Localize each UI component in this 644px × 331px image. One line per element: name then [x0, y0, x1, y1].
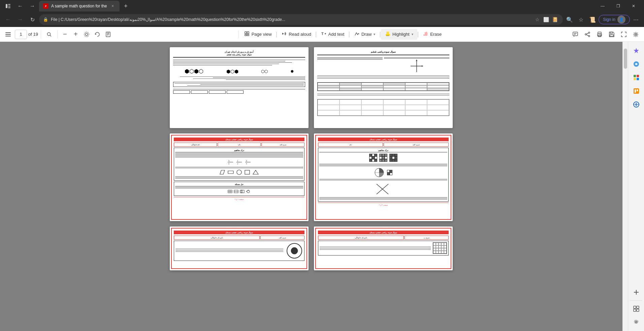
svg-point-41: [601, 34, 601, 35]
print-button[interactable]: [594, 29, 605, 40]
close-window-button[interactable]: ✕: [626, 0, 641, 12]
sidebar-add-button[interactable]: [630, 286, 642, 298]
rotate-button[interactable]: [93, 30, 102, 39]
refresh-button[interactable]: ↻: [27, 14, 38, 25]
svg-line-36: [586, 33, 588, 34]
pdf-page-3[interactable]: سوال نمونه ریاضی ششم دبستان سری الف نام:…: [170, 133, 309, 221]
svg-point-11: [85, 33, 88, 35]
pdf-page-6[interactable]: سوال نمونه ریاضی ششم دبستان سری ب نام و …: [314, 227, 453, 270]
svg-rect-66: [241, 190, 242, 193]
highlight-label: Highlight: [392, 32, 410, 37]
svg-marker-61: [220, 170, 225, 174]
tab-back-button[interactable]: ←: [15, 1, 26, 11]
add-text-icon: T: [321, 31, 326, 37]
zoom-out-button[interactable]: −: [60, 30, 70, 39]
svg-text:T: T: [321, 32, 324, 36]
svg-rect-3: [8, 7, 10, 8]
svg-line-37: [586, 35, 588, 36]
svg-rect-1: [8, 4, 10, 5]
comment-button[interactable]: [570, 29, 581, 40]
pdf-viewer[interactable]: آموزش و پرورش استان تهران سوال نمونه ریا…: [0, 42, 622, 331]
collections-button[interactable]: 📜: [587, 14, 598, 25]
pdf-sidebar-toggle[interactable]: [3, 29, 13, 40]
pdf-page-4[interactable]: سوال نمونه ریاضی ششم دبستان سری الف نام:…: [314, 133, 453, 221]
forward-button[interactable]: →: [15, 14, 26, 25]
edge-extension-3[interactable]: [630, 85, 642, 97]
pdf-search-button[interactable]: [44, 29, 55, 40]
tab-close-button[interactable]: ×: [109, 3, 116, 9]
page-navigation: of 19: [15, 30, 38, 39]
browser-sidebar-button[interactable]: [3, 1, 13, 11]
search-toolbar-button[interactable]: 🔍: [564, 14, 575, 25]
svg-point-34: [585, 34, 586, 35]
pdf-settings-button[interactable]: [631, 29, 641, 40]
tab-favicon: P: [43, 3, 49, 9]
sidebar-settings-button[interactable]: [630, 316, 642, 328]
highlight-dropdown-icon: ▾: [412, 32, 413, 36]
zoom-fit-button[interactable]: [82, 30, 91, 39]
edge-extension-4[interactable]: [630, 98, 642, 111]
page-view-button[interactable]: Page view: [240, 29, 276, 40]
svg-marker-21: [282, 33, 284, 35]
highlight-button[interactable]: Highlight ▾: [381, 29, 417, 40]
read-mode-icon[interactable]: 📔: [551, 16, 559, 24]
tab-forward-button[interactable]: →: [27, 1, 38, 11]
pdf-page-1[interactable]: آموزش و پرورش استان تهران سوال نمونه ریا…: [170, 47, 309, 128]
draw-button[interactable]: Draw ▾: [350, 29, 379, 40]
url-bar[interactable]: 🔒 File | C:/Users/Green%20rayan/Desktop/…: [39, 14, 563, 25]
erase-label: Erase: [430, 32, 442, 37]
svg-text:3: 3: [246, 160, 247, 162]
share-button[interactable]: [582, 29, 593, 40]
svg-rect-13: [106, 32, 110, 37]
svg-point-79: [291, 247, 298, 254]
svg-marker-47: [422, 65, 423, 67]
fullscreen-button[interactable]: [618, 29, 629, 40]
svg-text:1: 1: [237, 160, 238, 162]
toolbar-divider-1: [41, 30, 41, 38]
draw-icon: [354, 31, 359, 37]
svg-marker-46: [416, 59, 417, 61]
back-button[interactable]: ←: [3, 14, 13, 25]
pdf-page-5[interactable]: سوال نمونه ریاضی ششم دبستان سری الف نام …: [170, 227, 309, 270]
page-number-input[interactable]: [15, 30, 27, 39]
security-icon: 🔒: [43, 17, 48, 22]
svg-rect-85: [634, 88, 639, 94]
tab-bar: ← → P A sample math question for the × +…: [0, 0, 644, 12]
svg-text:5: 5: [228, 160, 229, 162]
svg-rect-30: [573, 32, 578, 36]
favorites-icon[interactable]: ☆: [533, 16, 541, 24]
window-controls: — ❐ ✕: [595, 0, 641, 12]
sidebar-grid-button[interactable]: [630, 303, 642, 315]
pdf-page-row-3: سوال نمونه ریاضی ششم دبستان سری الف نام …: [170, 227, 453, 270]
pdf-page-2[interactable]: سوال نمونه ریاضی ششم: [314, 47, 453, 128]
svg-rect-58: [245, 170, 250, 174]
new-tab-button[interactable]: +: [121, 1, 130, 11]
svg-rect-19: [245, 34, 247, 36]
favorites-toolbar-button[interactable]: ☆: [576, 14, 586, 25]
erase-button[interactable]: Erase: [419, 29, 446, 40]
maximize-button[interactable]: ❐: [610, 0, 626, 12]
pdf-scrollbar[interactable]: [622, 42, 628, 331]
fit-page-button[interactable]: [103, 30, 113, 39]
sign-in-button[interactable]: Sign in 👤: [599, 15, 630, 24]
svg-text:P: P: [45, 5, 47, 7]
toolbar-divider-3: [238, 30, 239, 38]
more-tools-button[interactable]: ⋯: [631, 14, 641, 25]
edge-extension-1[interactable]: [630, 58, 642, 70]
svg-point-59: [237, 170, 242, 175]
split-screen-icon[interactable]: ⬜: [542, 16, 550, 24]
zoom-in-button[interactable]: +: [71, 30, 80, 39]
active-tab[interactable]: P A sample math question for the ×: [39, 1, 120, 11]
add-text-button[interactable]: T Add text: [317, 29, 349, 40]
save-button[interactable]: [606, 29, 617, 40]
svg-rect-81: [634, 75, 636, 77]
minimize-button[interactable]: —: [595, 0, 610, 12]
right-sidebar: [628, 42, 644, 331]
svg-rect-6: [5, 32, 11, 33]
scrollbar-thumb[interactable]: [624, 49, 627, 69]
svg-rect-95: [637, 309, 639, 311]
svg-text:4: 4: [246, 163, 247, 165]
edge-extension-2[interactable]: [630, 71, 642, 84]
copilot-button[interactable]: [630, 44, 642, 57]
read-aloud-button[interactable]: Read aloud: [277, 29, 315, 40]
